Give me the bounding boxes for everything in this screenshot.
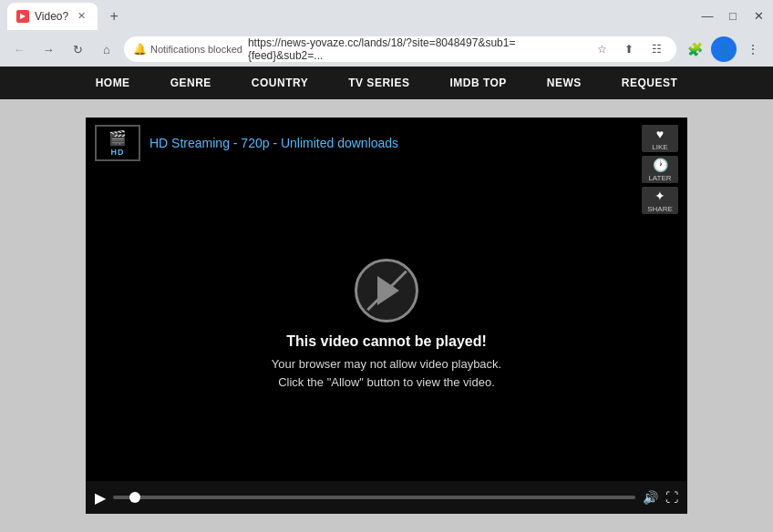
video-header: 🎬 HD HD Streaming - 720p - Unlimited dow… (86, 118, 687, 169)
video-main-area: This video cannot be played! Your browse… (86, 169, 687, 481)
video-error-text: This video cannot be played! Your browse… (272, 333, 501, 391)
tab-close-button[interactable]: ✕ (74, 9, 88, 24)
profile-button[interactable]: 👤 (711, 36, 737, 62)
site-navigation: HOME GENRE COUNTRY TV SERIES IMDB TOP NE… (0, 66, 773, 99)
share-icon: ✦ (654, 189, 665, 203)
bell-icon: 🔔 (133, 43, 147, 56)
home-button[interactable]: ⌂ (95, 37, 119, 61)
progress-bar[interactable] (113, 496, 635, 499)
hd-logo: 🎬 HD (95, 125, 140, 161)
nav-home[interactable]: HOME (76, 66, 150, 99)
volume-button[interactable]: 🔊 (643, 490, 658, 505)
hd-label: HD (111, 148, 125, 157)
tab-title: Video? (35, 10, 68, 23)
site-nav-inner: HOME GENRE COUNTRY TV SERIES IMDB TOP NE… (76, 66, 698, 99)
nav-tvseries[interactable]: TV SERIES (328, 66, 429, 99)
close-button[interactable]: ✕ (751, 9, 766, 23)
share-button[interactable]: ✦ SHARE (642, 187, 678, 214)
like-label: LIKE (652, 143, 667, 151)
page-content: 🎬 HD HD Streaming - 720p - Unlimited dow… (0, 99, 773, 532)
share-label: SHARE (647, 205, 673, 213)
toolbar-right: 🧩 👤 ⋮ (682, 36, 766, 62)
window-controls: — □ ✕ (700, 9, 766, 23)
later-label: LATER (648, 174, 671, 182)
tab-favicon: ▶ (16, 10, 29, 23)
title-bar-left: ▶ Video? ✕ + (7, 3, 127, 30)
bookmark-icon[interactable]: ☆ (591, 38, 613, 60)
video-side-buttons: ♥ LIKE 🕐 LATER ✦ SHARE (642, 125, 678, 214)
later-button[interactable]: 🕐 LATER (642, 156, 678, 183)
nav-imdbtop[interactable]: IMDB TOP (429, 66, 526, 99)
video-error-title: This video cannot be played! (272, 333, 501, 350)
nav-genre[interactable]: GENRE (150, 66, 232, 99)
fullscreen-button[interactable]: ⛶ (665, 490, 678, 505)
maximize-button[interactable]: □ (726, 9, 740, 23)
back-button[interactable]: ← (7, 37, 31, 61)
forward-button[interactable]: → (36, 37, 60, 61)
url-text: https://news-yovaze.cc/lands/18/?site=80… (248, 36, 585, 62)
extensions-button[interactable]: 🧩 (682, 36, 707, 62)
play-button[interactable]: ▶ (95, 489, 106, 506)
clock-icon: 🕐 (653, 158, 668, 172)
nav-request[interactable]: REQUEST (602, 66, 698, 99)
film-icon: 🎬 (108, 129, 127, 147)
video-title: HD Streaming - 720p - Unlimited download… (149, 136, 398, 150)
title-bar: ▶ Video? ✕ + — □ ✕ (0, 0, 773, 32)
reading-mode-icon[interactable]: ☷ (645, 38, 667, 60)
video-error-line1: Your browser may not allow video playbac… (272, 355, 501, 373)
video-error-line2: Click the "Allow" button to view the vid… (272, 373, 501, 392)
video-player: 🎬 HD HD Streaming - 720p - Unlimited dow… (86, 118, 687, 514)
play-icon-circle (355, 259, 418, 322)
refresh-button[interactable]: ↻ (66, 37, 89, 61)
new-tab-button[interactable]: + (101, 4, 127, 29)
browser-tab[interactable]: ▶ Video? ✕ (7, 3, 98, 30)
minimize-button[interactable]: — (700, 9, 715, 23)
url-bar[interactable]: 🔔 Notifications blocked https://news-yov… (124, 36, 676, 62)
nav-country[interactable]: COUNTRY (232, 66, 328, 99)
share-icon[interactable]: ⬆ (618, 38, 640, 60)
progress-thumb (129, 492, 140, 503)
notifications-blocked-label: Notifications blocked (150, 44, 242, 55)
video-error-sub: Your browser may not allow video playbac… (272, 355, 501, 391)
menu-button[interactable]: ⋮ (740, 36, 766, 62)
notifications-blocked: 🔔 Notifications blocked (133, 43, 242, 56)
video-controls: ▶ 🔊 ⛶ (86, 481, 687, 514)
heart-icon: ♥ (656, 127, 664, 141)
address-bar: ← → ↻ ⌂ 🔔 Notifications blocked https://… (0, 32, 773, 66)
nav-news[interactable]: NEWS (527, 66, 602, 99)
like-button[interactable]: ♥ LIKE (642, 125, 678, 152)
